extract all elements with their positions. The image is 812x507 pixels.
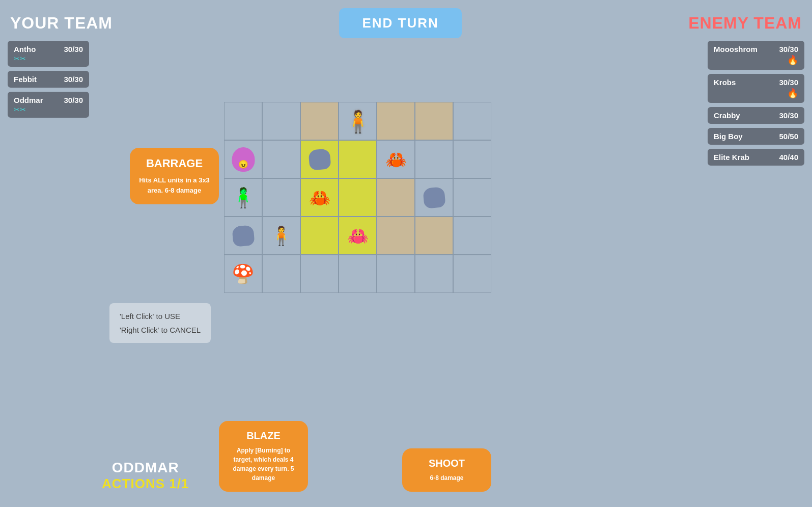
your-team-panel: Antho 30/30 ✂✂ Febbit 30/30 Oddmar 30/30… [8, 41, 89, 118]
cell-2-6[interactable] [453, 178, 491, 217]
blaze-desc: Apply [Burning] to target, which deals 4… [227, 446, 300, 483]
grid-container: 🧍 🦀 [224, 102, 491, 293]
white-figure-sprite: 🧍 [345, 109, 371, 134]
bigboy-name: Big Boy [714, 132, 743, 141]
gray-stone-sprite-1 [308, 148, 331, 171]
right-click-instruction: 'Right Click' to CANCEL [120, 323, 201, 337]
cell-1-4[interactable]: 🦀 [377, 140, 415, 178]
cell-4-3[interactable] [339, 255, 377, 293]
enemy-card-moooshrom[interactable]: Moooshrom 30/30 🔥 [708, 41, 804, 70]
green-figure-unit: 🧍 [231, 186, 255, 209]
bigboy-hp: 50/50 [779, 132, 798, 141]
mushroom-sprite: 🍄 [232, 263, 255, 285]
febbit-name: Febbit [14, 75, 37, 84]
cell-3-6[interactable] [453, 217, 491, 255]
cell-4-4[interactable] [377, 255, 415, 293]
elitekrab-name: Elite Krab [714, 153, 749, 162]
cell-4-0[interactable]: 🍄 [224, 255, 262, 293]
header: YOUR TEAM END TURN ENEMY TEAM [0, 0, 812, 46]
cell-0-4[interactable] [377, 102, 415, 140]
cell-0-0[interactable] [224, 102, 262, 140]
krobs-name: Krobs [714, 78, 736, 87]
cell-1-3[interactable] [339, 140, 377, 178]
cell-3-3[interactable]: 🦀 [339, 217, 377, 255]
antho-hp: 30/30 [64, 45, 83, 54]
blaze-card[interactable]: BLAZE Apply [Burning] to target, which d… [219, 421, 308, 492]
purple-blob-sprite [232, 147, 255, 172]
enemy-card-bigboy[interactable]: Big Boy 50/50 [708, 128, 804, 145]
gray-stone-unit-1 [309, 149, 330, 170]
cell-2-4[interactable] [377, 178, 415, 217]
cell-2-2[interactable]: 🦀 [300, 178, 339, 217]
your-team-card-febbit[interactable]: Febbit 30/30 [8, 71, 89, 88]
gray-stone-sprite-left [232, 225, 255, 247]
moooshrom-hp: 30/30 [779, 45, 798, 54]
crab-sprite-pink: 🦀 [347, 226, 369, 246]
cell-2-5[interactable] [415, 178, 453, 217]
battle-grid[interactable]: 🧍 🦀 [224, 102, 491, 293]
gray-stone-unit-right [424, 188, 445, 208]
cell-2-0[interactable]: 🧍 [224, 178, 262, 217]
antho-name: Antho [14, 45, 36, 54]
cell-1-2[interactable] [300, 140, 339, 178]
cell-3-5[interactable] [415, 217, 453, 255]
barrage-card[interactable]: BARRAGE Hits ALL units in a 3x3 area. 6-… [130, 148, 219, 204]
enemy-team-panel: Moooshrom 30/30 🔥 Krobs 30/30 🔥 Crabby 3… [708, 41, 804, 166]
gray-stone-unit-left [233, 226, 254, 246]
cell-0-5[interactable] [415, 102, 453, 140]
your-team-card-oddmar[interactable]: Oddmar 30/30 ✂✂ [8, 92, 89, 118]
crabby-hp: 30/30 [779, 111, 798, 120]
crab-sprite-center: 🦀 [309, 188, 330, 208]
crab-unit-pink: 🦀 [347, 226, 369, 246]
krobs-fire-icon: 🔥 [714, 88, 798, 99]
cell-4-1[interactable] [262, 255, 300, 293]
cell-4-5[interactable] [415, 255, 453, 293]
crab-sprite-top: 🦀 [385, 149, 407, 170]
cell-0-2[interactable] [300, 102, 339, 140]
cell-1-5[interactable] [415, 140, 453, 178]
enemy-card-elitekrab[interactable]: Elite Krab 40/40 [708, 149, 804, 166]
shoot-title: SHOOT [410, 458, 483, 469]
crabby-name: Crabby [714, 111, 740, 120]
cell-3-0[interactable] [224, 217, 262, 255]
elitekrab-hp: 40/40 [779, 153, 798, 162]
shoot-card[interactable]: SHOOT 6-8 damage [402, 448, 491, 492]
febbit-hp: 30/30 [64, 75, 83, 84]
cyan-figure-unit: 🧍 [270, 225, 293, 247]
cell-2-3[interactable] [339, 178, 377, 217]
enemy-card-crabby[interactable]: Crabby 30/30 [708, 107, 804, 124]
end-turn-button[interactable]: END TURN [339, 8, 461, 38]
crab-unit-top: 🦀 [385, 149, 407, 170]
purple-blob-unit [232, 147, 255, 172]
enemy-card-krobs[interactable]: Krobs 30/30 🔥 [708, 74, 804, 103]
oddmar-name-card: Oddmar [14, 96, 43, 104]
your-team-card-antho[interactable]: Antho 30/30 ✂✂ [8, 41, 89, 67]
cell-4-2[interactable] [300, 255, 339, 293]
shoot-desc: 6-8 damage [410, 473, 483, 483]
instruction-box: 'Left Click' to USE 'Right Click' to CAN… [109, 303, 211, 343]
cell-2-1[interactable] [262, 178, 300, 217]
mushroom-unit: 🍄 [232, 263, 255, 285]
moooshrom-name: Moooshrom [714, 45, 758, 54]
left-click-instruction: 'Left Click' to USE [120, 309, 201, 323]
blaze-title: BLAZE [227, 430, 300, 442]
your-team-title: YOUR TEAM [10, 14, 113, 33]
antho-icons: ✂✂ [14, 55, 83, 63]
barrage-title: BARRAGE [137, 157, 212, 170]
cell-3-4[interactable] [377, 217, 415, 255]
cell-4-6[interactable] [453, 255, 491, 293]
crab-unit-center: 🦀 [309, 188, 330, 208]
moooshrom-fire-icon: 🔥 [714, 55, 798, 66]
cell-0-3[interactable]: 🧍 [339, 102, 377, 140]
cell-0-6[interactable] [453, 102, 491, 140]
cell-3-2[interactable] [300, 217, 339, 255]
krobs-hp: 30/30 [779, 78, 798, 87]
cell-3-1[interactable]: 🧍 [262, 217, 300, 255]
oddmar-active-name: ODDMAR [102, 460, 189, 476]
cell-0-1[interactable] [262, 102, 300, 140]
cell-1-1[interactable] [262, 140, 300, 178]
cell-1-0[interactable] [224, 140, 262, 178]
oddmar-actions-label: ACTIONS 1/1 [102, 476, 189, 492]
enemy-team-title: ENEMY TEAM [688, 14, 802, 33]
cell-1-6[interactable] [453, 140, 491, 178]
